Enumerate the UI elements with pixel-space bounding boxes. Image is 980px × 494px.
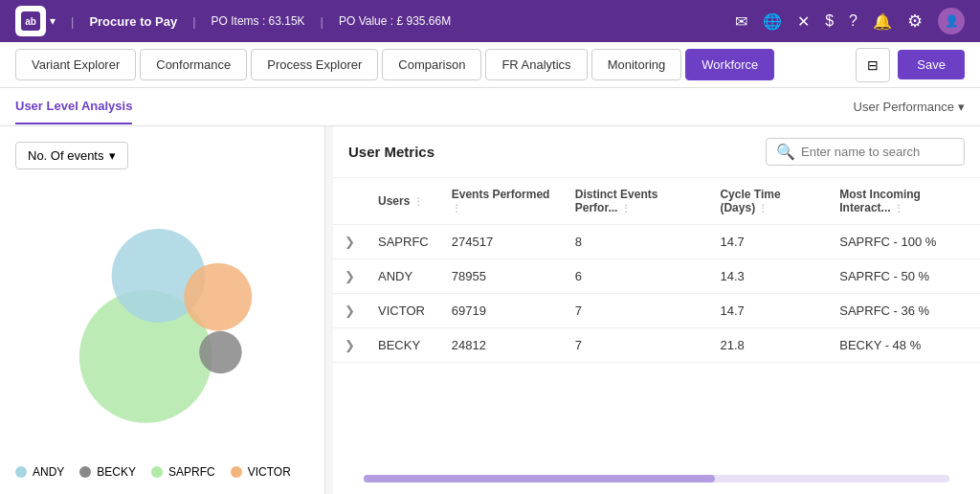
filter-icon: ⊟ bbox=[867, 57, 879, 73]
legend-dot-saprfc bbox=[151, 466, 163, 478]
dollar-icon[interactable]: $ bbox=[825, 12, 834, 30]
events-saprfc: 274517 bbox=[440, 225, 564, 259]
events-dropdown[interactable]: No. Of events ▾ bbox=[15, 142, 128, 169]
tab-process-explorer[interactable]: Process Explorer bbox=[251, 49, 378, 80]
search-icon: 🔍 bbox=[776, 143, 795, 161]
legend-item-saprfc: SAPRFC bbox=[151, 465, 215, 479]
help-icon[interactable]: ? bbox=[849, 12, 858, 30]
events-andy: 78955 bbox=[440, 259, 564, 294]
tab-monitoring[interactable]: Monitoring bbox=[591, 49, 682, 80]
events-becky: 24812 bbox=[440, 328, 564, 363]
col-cycle-time: Cycle Time (Days) ⋮ bbox=[708, 178, 828, 225]
user-settings-icon[interactable]: ⚙ bbox=[907, 11, 923, 32]
legend-label-saprfc: SAPRFC bbox=[168, 465, 215, 479]
user-becky: BECKY bbox=[367, 328, 440, 363]
events-victor: 69719 bbox=[440, 294, 564, 328]
save-button[interactable]: Save bbox=[898, 50, 965, 79]
user-performance-label: User Performance bbox=[854, 100, 954, 114]
tab-comparison[interactable]: Comparison bbox=[382, 49, 481, 80]
logo-inner: ab bbox=[21, 11, 40, 31]
logo[interactable]: ab ▾ bbox=[15, 6, 56, 36]
cycle-becky: 21.8 bbox=[708, 328, 828, 363]
bell-icon[interactable]: 🔔 bbox=[873, 12, 892, 31]
col-events-performed: Events Performed ⋮ bbox=[440, 178, 564, 225]
app-name: Procure to Pay bbox=[89, 14, 177, 29]
table-row: ❯ ANDY 78955 6 14.3 SAPRFC - 50 % bbox=[333, 259, 980, 294]
distinct-saprfc: 8 bbox=[564, 225, 709, 259]
avatar-icon: 👤 bbox=[945, 14, 959, 28]
tab-variant-explorer[interactable]: Variant Explorer bbox=[15, 49, 136, 80]
settings-icon[interactable]: ✕ bbox=[797, 12, 810, 31]
tab-bar-right: ⊟ Save bbox=[856, 48, 965, 82]
table-row: ❯ VICTOR 69719 7 14.7 SAPRFC - 36 % bbox=[333, 294, 980, 328]
row-expand-victor[interactable]: ❯ bbox=[333, 294, 367, 328]
tab-workforce[interactable]: Workforce bbox=[685, 49, 774, 80]
search-box[interactable]: 🔍 bbox=[766, 138, 965, 166]
user-andy: ANDY bbox=[367, 259, 440, 294]
bubble-chart-svg bbox=[38, 199, 287, 429]
top-nav: ab ▾ | Procure to Pay | PO Items : 63.15… bbox=[0, 0, 980, 42]
col-expand bbox=[333, 178, 367, 225]
nav-divider-3: | bbox=[321, 14, 323, 29]
incoming-becky: BECKY - 48 % bbox=[828, 328, 980, 363]
distinct-andy: 6 bbox=[564, 259, 709, 294]
nav-divider-2: | bbox=[192, 14, 195, 29]
avatar[interactable]: 👤 bbox=[938, 8, 965, 34]
scrollbar-thumb[interactable] bbox=[364, 475, 715, 483]
col-users: Users ⋮ bbox=[367, 178, 440, 225]
horizontal-scrollbar[interactable] bbox=[364, 475, 949, 483]
chevron-down-icon: ▾ bbox=[958, 100, 965, 114]
incoming-andy: SAPRFC - 50 % bbox=[828, 259, 980, 294]
legend-item-becky: BECKY bbox=[79, 465, 136, 479]
nav-divider-1: | bbox=[71, 14, 74, 29]
legend-label-becky: BECKY bbox=[97, 465, 136, 479]
logo-text: ab bbox=[25, 16, 36, 27]
distinct-becky: 7 bbox=[564, 328, 709, 363]
po-value: PO Value : £ 935.66M bbox=[339, 14, 451, 28]
sub-nav: User Level Analysis User Performance ▾ bbox=[0, 88, 980, 126]
metrics-header: User Metrics 🔍 bbox=[333, 126, 980, 178]
col-distinct-events: Distinct Events Perfor... ⋮ bbox=[564, 178, 709, 225]
chevron-down-icon[interactable]: ▾ bbox=[50, 14, 56, 28]
row-expand-andy[interactable]: ❯ bbox=[333, 259, 367, 294]
legend-dot-becky bbox=[79, 466, 91, 478]
globe-icon[interactable]: 🌐 bbox=[763, 12, 782, 31]
col-incoming: Most Incoming Interact... ⋮ bbox=[828, 178, 980, 225]
left-panel: No. Of events ▾ ANDY BECKY bbox=[0, 126, 325, 494]
row-expand-saprfc[interactable]: ❯ bbox=[333, 225, 367, 259]
cycle-andy: 14.3 bbox=[708, 259, 828, 294]
nav-icons: ✉ 🌐 ✕ $ ? 🔔 ⚙ 👤 bbox=[735, 8, 965, 34]
chevron-down-icon: ▾ bbox=[109, 148, 116, 163]
user-saprfc: SAPRFC bbox=[367, 225, 440, 259]
po-items: PO Items : 63.15K bbox=[212, 14, 305, 28]
legend-item-victor: VICTOR bbox=[231, 465, 291, 479]
user-performance-dropdown[interactable]: User Performance ▾ bbox=[854, 100, 965, 114]
main-content: No. Of events ▾ ANDY BECKY bbox=[0, 126, 980, 494]
table-row: ❯ BECKY 24812 7 21.8 BECKY - 48 % bbox=[333, 328, 980, 363]
bubble-chart bbox=[15, 169, 309, 458]
legend-label-andy: ANDY bbox=[33, 465, 64, 479]
tab-fr-analytics[interactable]: FR Analytics bbox=[485, 49, 587, 80]
message-icon[interactable]: ✉ bbox=[735, 12, 747, 31]
bubble-becky bbox=[199, 330, 241, 372]
legend: ANDY BECKY SAPRFC VICTOR bbox=[15, 458, 309, 479]
incoming-saprfc: SAPRFC - 100 % bbox=[828, 225, 980, 259]
distinct-victor: 7 bbox=[564, 294, 709, 328]
tab-conformance[interactable]: Conformance bbox=[140, 49, 247, 80]
table-row: ❯ SAPRFC 274517 8 14.7 SAPRFC - 100 % bbox=[333, 225, 980, 259]
legend-label-victor: VICTOR bbox=[248, 465, 291, 479]
tab-bar: Variant Explorer Conformance Process Exp… bbox=[0, 42, 980, 88]
right-panel: User Metrics 🔍 Users ⋮ Events Perfor bbox=[333, 126, 980, 494]
user-victor: VICTOR bbox=[367, 294, 440, 328]
incoming-victor: SAPRFC - 36 % bbox=[828, 294, 980, 328]
row-expand-becky[interactable]: ❯ bbox=[333, 328, 367, 363]
bubble-victor bbox=[184, 262, 252, 330]
cycle-victor: 14.7 bbox=[708, 294, 828, 328]
events-dropdown-label: No. Of events bbox=[28, 148, 103, 163]
filter-button[interactable]: ⊟ bbox=[856, 48, 890, 82]
metrics-title: User Metrics bbox=[348, 144, 434, 160]
scroll-bar-area bbox=[333, 467, 980, 494]
legend-dot-andy bbox=[15, 466, 27, 478]
search-input[interactable] bbox=[801, 145, 954, 159]
user-level-analysis-tab[interactable]: User Level Analysis bbox=[15, 99, 132, 124]
